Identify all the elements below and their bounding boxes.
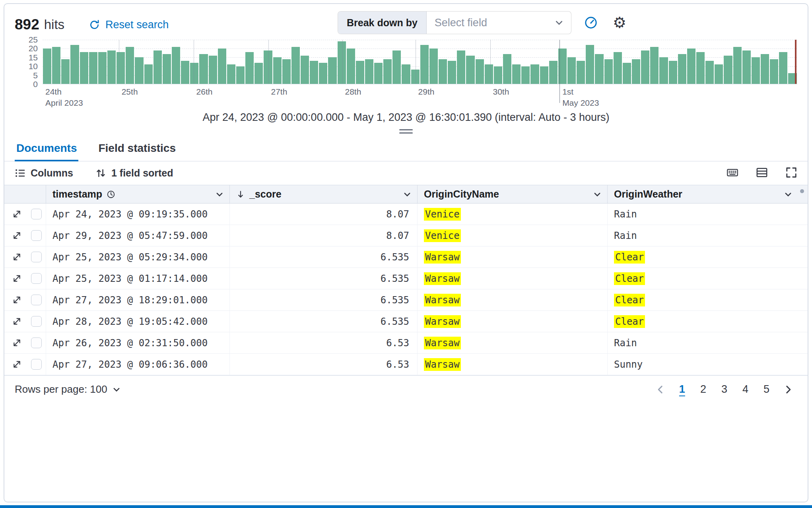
pagination: 12345 xyxy=(651,381,797,398)
page-button-2[interactable]: 2 xyxy=(695,381,712,398)
origin-weather-cell: Sunny xyxy=(608,354,798,375)
refresh-icon xyxy=(89,19,100,30)
table-row[interactable]: Apr 28, 2023 @ 19:05:42.000 6.535 Warsaw… xyxy=(4,311,808,332)
chevron-down-icon[interactable] xyxy=(215,190,224,199)
weather-value: Clear xyxy=(614,315,645,328)
expand-row-button[interactable] xyxy=(12,338,21,347)
origin-weather-cell: Clear xyxy=(608,289,798,310)
score-cell: 6.53 xyxy=(230,332,418,353)
row-checkbox[interactable] xyxy=(31,230,42,241)
keyboard-shortcuts-button[interactable] xyxy=(727,167,738,180)
fullscreen-button[interactable] xyxy=(785,167,797,180)
rows-per-page-button[interactable]: Rows per page: 100 xyxy=(15,383,121,396)
weather-value: Clear xyxy=(614,251,645,264)
expand-row-button[interactable] xyxy=(12,209,21,219)
grid-toolbar: Columns 1 field sorted xyxy=(4,161,808,185)
expand-row-button[interactable] xyxy=(12,317,21,326)
next-page-button[interactable] xyxy=(779,383,797,396)
row-checkbox[interactable] xyxy=(31,295,42,305)
row-checkbox[interactable] xyxy=(31,359,42,370)
timestamp-cell: Apr 24, 2023 @ 09:19:35.000 xyxy=(46,204,230,225)
expand-row-button[interactable] xyxy=(12,274,21,283)
expand-row-icon xyxy=(12,231,21,240)
score-value: 6.53 xyxy=(386,337,409,349)
weather-value: Rain xyxy=(614,230,637,241)
reset-search-button[interactable]: Reset search xyxy=(89,19,169,31)
row-checkbox[interactable] xyxy=(31,337,42,348)
table-row[interactable]: Apr 29, 2023 @ 05:47:59.000 8.07 Venice … xyxy=(4,225,808,246)
table-body: Apr 24, 2023 @ 09:19:35.000 8.07 Venice … xyxy=(4,204,808,375)
table-row[interactable]: Apr 24, 2023 @ 09:19:35.000 8.07 Venice … xyxy=(4,204,808,225)
sort-fields-button[interactable]: 1 field sorted xyxy=(95,167,173,179)
rows-per-page-label: Rows per page: 100 xyxy=(15,383,107,396)
page-button-5[interactable]: 5 xyxy=(758,381,775,398)
grid-toolbar-icons xyxy=(727,167,797,180)
expand-row-button[interactable] xyxy=(12,231,21,240)
origin-weather-cell: Clear xyxy=(608,311,798,332)
prev-page-button[interactable] xyxy=(651,383,670,396)
score-cell: 6.535 xyxy=(230,311,418,332)
page-button-4[interactable]: 4 xyxy=(737,381,754,398)
expand-row-icon xyxy=(12,209,21,219)
histogram-plot[interactable] xyxy=(43,40,797,84)
city-value: Warsaw xyxy=(424,337,461,349)
histogram-bars[interactable] xyxy=(43,40,797,84)
table-row[interactable]: Apr 27, 2023 @ 09:06:36.000 6.53 Warsaw … xyxy=(4,354,808,375)
row-checkbox[interactable] xyxy=(31,252,42,262)
tabs-bar: Documents Field statistics xyxy=(4,136,808,161)
breakdown-select[interactable]: Select field xyxy=(427,12,571,34)
settings-button[interactable]: ⚙ xyxy=(610,14,629,32)
score-cell: 6.535 xyxy=(230,246,418,268)
display-options-button[interactable] xyxy=(756,167,768,180)
timestamp-value: Apr 27, 2023 @ 18:29:01.000 xyxy=(52,295,208,306)
breakdown-placeholder: Select field xyxy=(435,17,487,29)
hits-label: hits xyxy=(44,17,64,32)
expand-row-button[interactable] xyxy=(12,252,21,262)
gauge-icon xyxy=(584,16,598,29)
header-score[interactable]: _score xyxy=(230,185,418,203)
row-checkbox[interactable] xyxy=(31,209,42,219)
score-cell: 8.07 xyxy=(230,204,418,225)
header-timestamp-label: timestamp xyxy=(52,188,102,200)
page-button-1[interactable]: 1 xyxy=(674,381,691,398)
timestamp-cell: Apr 27, 2023 @ 09:06:36.000 xyxy=(46,354,230,375)
page-button-3[interactable]: 3 xyxy=(716,381,733,398)
header-origin-city-label: OriginCityName xyxy=(424,188,499,200)
timestamp-value: Apr 29, 2023 @ 05:47:59.000 xyxy=(52,230,208,241)
tab-documents[interactable]: Documents xyxy=(15,136,78,161)
table-row[interactable]: Apr 25, 2023 @ 01:17:14.000 6.535 Warsaw… xyxy=(4,268,808,289)
header-origin-city[interactable]: OriginCityName xyxy=(418,185,608,203)
tab-field-statistics[interactable]: Field statistics xyxy=(97,136,177,161)
table-row[interactable]: Apr 27, 2023 @ 18:29:01.000 6.535 Warsaw… xyxy=(4,289,808,311)
table-row[interactable]: Apr 25, 2023 @ 05:29:34.000 6.535 Warsaw… xyxy=(4,246,808,268)
chevron-down-icon[interactable] xyxy=(403,190,412,199)
row-checkbox[interactable] xyxy=(31,273,42,284)
panel-resize-handle[interactable] xyxy=(399,129,413,134)
scrollbar-thumb[interactable] xyxy=(800,189,804,193)
city-value: Venice xyxy=(424,208,461,221)
origin-city-cell: Warsaw xyxy=(418,332,608,353)
header-timestamp[interactable]: timestamp xyxy=(46,185,230,203)
row-control-cell xyxy=(4,204,46,225)
row-control-cell xyxy=(4,246,46,268)
city-value: Warsaw xyxy=(424,358,461,371)
expand-row-button[interactable] xyxy=(12,295,21,304)
score-cell: 6.535 xyxy=(230,289,418,310)
documents-grid: timestamp _score OriginCityName xyxy=(4,185,808,375)
chevron-down-icon[interactable] xyxy=(784,190,793,199)
chevron-down-icon xyxy=(112,385,121,394)
expand-row-button[interactable] xyxy=(12,360,21,369)
chart-options-button[interactable] xyxy=(582,14,600,32)
chevron-down-icon[interactable] xyxy=(593,190,602,199)
grid-header-row: timestamp _score OriginCityName xyxy=(4,185,808,204)
origin-weather-cell: Rain xyxy=(608,332,798,353)
timestamp-value: Apr 26, 2023 @ 02:31:50.000 xyxy=(52,337,208,349)
header-origin-weather[interactable]: OriginWeather xyxy=(608,185,798,203)
row-checkbox[interactable] xyxy=(31,316,42,327)
timestamp-cell: Apr 27, 2023 @ 18:29:01.000 xyxy=(46,289,230,310)
score-cell: 8.07 xyxy=(230,225,418,246)
table-row[interactable]: Apr 26, 2023 @ 02:31:50.000 6.53 Warsaw … xyxy=(4,332,808,354)
expand-row-icon xyxy=(12,274,21,283)
columns-button[interactable]: Columns xyxy=(15,167,73,179)
display-density-icon xyxy=(756,167,768,178)
